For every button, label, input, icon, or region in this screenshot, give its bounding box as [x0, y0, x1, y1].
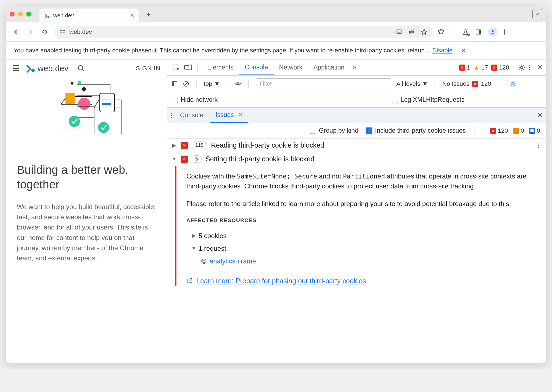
svg-point-51	[171, 117, 172, 118]
svg-point-12	[504, 31, 505, 32]
devtools-tabstrip: │ Elements Console Network Application »…	[167, 60, 546, 76]
drawer-close-icon[interactable]: ✕	[537, 111, 543, 119]
tab-close-icon[interactable]: ✕	[130, 12, 134, 19]
inspect-element-icon[interactable]	[171, 62, 182, 73]
learn-more-link[interactable]: Learn more: Prepare for phasing out thir…	[196, 276, 366, 286]
drawer-tab-issues[interactable]: Issues ✕	[210, 108, 248, 123]
blocked-count[interactable]: ✕120	[491, 64, 509, 71]
issue-kebab-icon[interactable]: ⋮	[535, 141, 542, 149]
labs-icon[interactable]	[462, 28, 469, 36]
warning-count[interactable]: ▲17	[474, 64, 488, 71]
log-levels-dropdown[interactable]: All levels ▼	[396, 80, 428, 87]
svg-point-19	[78, 98, 90, 110]
svg-point-47	[237, 83, 239, 85]
group-by-kind-checkbox[interactable]: Group by kind	[310, 127, 358, 134]
traffic-lights	[10, 12, 31, 17]
site-settings-icon[interactable]	[59, 29, 65, 35]
window-minimize-button[interactable]	[18, 12, 23, 17]
svg-point-35	[98, 122, 109, 133]
banner-disable-link[interactable]: Disable	[432, 47, 452, 54]
svg-rect-33	[102, 103, 111, 105]
window-zoom-button[interactable]	[26, 12, 31, 17]
new-tab-button[interactable]: ＋	[145, 9, 152, 19]
banner-close-icon[interactable]: ✕	[461, 47, 466, 54]
request-link[interactable]: analytics-iframe	[210, 256, 256, 266]
window-titlebar: web.dev ✕ ＋	[6, 6, 546, 22]
live-expression-icon[interactable]	[234, 80, 242, 87]
browser-tab[interactable]: web.dev ✕	[39, 9, 139, 22]
install-app-icon[interactable]	[396, 29, 402, 35]
toolbar-separator: │	[451, 28, 456, 36]
tab-elements[interactable]: Elements	[202, 60, 239, 75]
affected-requests-row[interactable]: ▼1 request	[186, 242, 538, 255]
webdev-logo[interactable]: web.dev	[26, 64, 68, 73]
collapse-icon[interactable]: ▼	[172, 156, 177, 162]
devtools-pane: │ Elements Console Network Application »…	[167, 60, 546, 363]
drawer-tab-close-icon[interactable]: ✕	[238, 111, 243, 119]
clear-console-icon[interactable]	[183, 81, 189, 87]
svg-rect-4	[63, 32, 65, 33]
affected-cookies-row[interactable]: ▶5 cookies	[186, 230, 538, 242]
hero-illustration	[6, 77, 167, 149]
nav-back-button[interactable]	[11, 27, 21, 37]
learn-more-row[interactable]: Learn more: Prepare for phasing out thir…	[186, 276, 538, 286]
hide-network-checkbox[interactable]: Hide network	[172, 96, 218, 103]
kebab-menu-icon[interactable]	[503, 29, 506, 35]
search-icon[interactable]	[77, 65, 85, 72]
gear-icon[interactable]	[518, 64, 525, 71]
tab-application[interactable]: Application	[308, 60, 350, 75]
drawer-tab-console[interactable]: Console	[175, 108, 208, 123]
context-selector[interactable]: top ▼	[204, 80, 220, 87]
tab-search-button[interactable]	[532, 9, 542, 19]
nav-forward-button[interactable]	[26, 27, 35, 37]
issue-count-badge: 115	[192, 142, 207, 149]
expand-icon[interactable]: ▶	[172, 142, 177, 148]
svg-rect-1	[60, 30, 62, 31]
svg-rect-18	[65, 93, 75, 104]
extensions-icon[interactable]	[438, 28, 445, 36]
bookmark-star-icon[interactable]	[421, 28, 428, 36]
error-count[interactable]: ✕1	[459, 64, 470, 71]
window-close-button[interactable]	[10, 12, 15, 17]
console-toolbar: │ top ▼ │ │ All levels ▼ │ No Issues ✕ 1…	[167, 76, 546, 92]
sidebar-toggle-icon[interactable]	[171, 81, 178, 87]
issue-row-setting-blocked[interactable]: ▼ ✕ 5 Setting third-party cookie is bloc…	[167, 152, 546, 166]
include-3p-checkbox[interactable]: ✓ Include third-party cookie issues	[366, 127, 466, 134]
vsep: │	[196, 63, 200, 72]
device-toolbar-icon[interactable]	[182, 62, 194, 73]
side-panel-icon[interactable]	[475, 29, 482, 35]
address-bar[interactable]: web.dev	[54, 26, 433, 38]
tab-more[interactable]: »	[350, 60, 359, 75]
eye-off-icon[interactable]	[408, 28, 415, 36]
log-xhr-checkbox[interactable]: Log XMLHttpRequests	[392, 96, 464, 103]
drawer-kebab-icon[interactable]	[171, 112, 173, 119]
svg-point-11	[504, 29, 505, 30]
svg-point-50	[171, 115, 172, 116]
browser-toolbar: web.dev │	[6, 22, 546, 42]
svg-point-0	[47, 16, 49, 18]
issue-row-reading-blocked[interactable]: ▶ ✕ 115 Reading third-party cookie is bl…	[167, 138, 546, 152]
affected-request-item[interactable]: analytics-iframe	[186, 255, 538, 268]
devtools-kebab-icon[interactable]	[529, 64, 531, 71]
issue-title: Reading third-party cookie is blocked	[211, 141, 324, 149]
webdev-logo-icon	[26, 64, 35, 73]
signin-link[interactable]: SIGN IN	[136, 65, 160, 72]
profile-avatar[interactable]	[488, 27, 497, 37]
svg-point-40	[529, 65, 530, 66]
console-settings-gear-icon[interactable]	[509, 80, 517, 87]
nav-reload-button[interactable]	[40, 27, 49, 37]
svg-point-10	[492, 30, 493, 32]
svg-point-48	[512, 82, 514, 85]
banner-text: You have enabled testing third-party coo…	[14, 47, 430, 54]
menu-hamburger-icon[interactable]: ☰	[12, 63, 20, 73]
tab-network[interactable]: Network	[274, 60, 308, 75]
svg-line-46	[184, 82, 188, 86]
issues-summary[interactable]: No Issues ✕ 120	[442, 80, 491, 87]
devtools-close-icon[interactable]: ✕	[537, 63, 543, 72]
issue-count-badge: 5	[192, 155, 202, 163]
webdev-brand-text: web.dev	[38, 64, 68, 73]
svg-rect-44	[172, 82, 174, 86]
drawer-tabstrip: Console Issues ✕ ✕	[167, 108, 546, 123]
tab-console[interactable]: Console	[239, 60, 273, 75]
console-filter-input[interactable]	[256, 78, 391, 89]
